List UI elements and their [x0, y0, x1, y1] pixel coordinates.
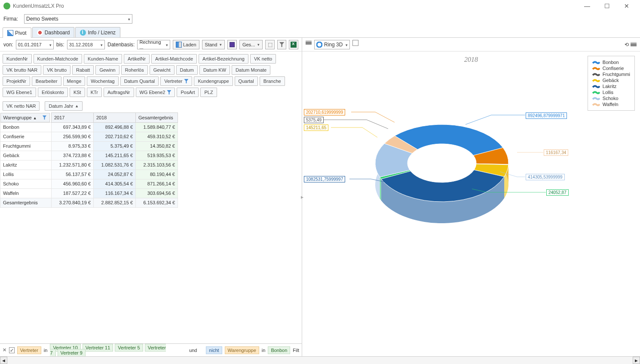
field-auftragsnr[interactable]: AuftragsNr: [104, 88, 134, 97]
scroll-right-button[interactable]: ▶: [633, 357, 640, 364]
filter-clear-button[interactable]: ✕: [3, 347, 6, 353]
chart-print-button[interactable]: [306, 40, 312, 49]
table-row[interactable]: Bonbon697.343,89 €892.496,88 €1.589.840,…: [0, 122, 178, 132]
field-plz[interactable]: PLZ: [200, 88, 217, 97]
field-vk-brutto[interactable]: VK brutto: [43, 65, 70, 75]
tab-info[interactable]: Info / Lizenz: [75, 27, 120, 37]
field-quartal[interactable]: Quartal: [235, 76, 258, 86]
filter-value[interactable]: Vertreter 5: [115, 344, 143, 352]
field-datum-quartal[interactable]: Datum Quartal: [120, 76, 159, 86]
field-gewinn[interactable]: Gewinn: [95, 65, 119, 75]
legend-item: Lakritz: [592, 84, 630, 89]
pivot-icon: [7, 30, 13, 36]
field-artikel-matchcode[interactable]: Artikel-Matchcode: [151, 54, 197, 64]
svg-point-0: [317, 42, 322, 47]
maximize-button[interactable]: ☐: [597, 0, 617, 12]
table-row[interactable]: Lakritz1.232.571,80 €1.082.531,76 €2.315…: [0, 160, 178, 170]
filter-source-2[interactable]: Warengruppe: [225, 346, 259, 354]
field-kst[interactable]: KSt: [70, 88, 85, 97]
field-kunden-matchcode[interactable]: Kunden-Matchcode: [34, 54, 82, 64]
table-row[interactable]: Fruchtgummi8.975,33 €5.375,49 €14.350,82…: [0, 141, 178, 151]
table-row[interactable]: Schoko456.960,60 €414.305,54 €871.266,14…: [0, 179, 178, 188]
filter-source-1[interactable]: Vertreter: [17, 346, 41, 354]
ges-button[interactable]: Ges...: [239, 40, 263, 49]
field-kundengruppe[interactable]: Kundengruppe: [194, 76, 233, 86]
von-date-input[interactable]: 01.01.2017: [16, 40, 54, 49]
label-fruchtgummi: 5375,49: [304, 117, 324, 123]
filter-icon: [43, 115, 47, 120]
field-artikel-bezeichnung[interactable]: Artikel-Bezeichnung: [199, 54, 248, 64]
close-button[interactable]: ✕: [617, 0, 637, 12]
field-datum-kw[interactable]: Datum KW: [199, 65, 230, 75]
field-vk-netto[interactable]: VK netto: [250, 54, 276, 64]
field-ktr[interactable]: KTr: [87, 88, 102, 97]
bis-date-input[interactable]: 31.12.2018: [67, 40, 105, 49]
tab-pivot[interactable]: Pivot: [3, 27, 31, 38]
filter-button[interactable]: [277, 40, 287, 49]
firma-label: Firma:: [3, 16, 19, 22]
toolbar-btn-a[interactable]: ⬚: [265, 40, 275, 49]
field-datum[interactable]: Datum: [176, 65, 198, 75]
firma-combo[interactable]: Demo Sweets: [24, 14, 132, 24]
field-artikelnr[interactable]: ArtikelNr: [124, 54, 150, 64]
chart-type-combo[interactable]: Ring 3D: [314, 40, 350, 49]
filter-value[interactable]: Vertreter 11: [83, 344, 113, 352]
filter-value[interactable]: Vertreter 9: [58, 349, 86, 357]
col-2018[interactable]: 2018: [94, 113, 136, 123]
horizontal-scrollbar[interactable]: ◀ ▶: [0, 356, 640, 364]
field-projektnr[interactable]: ProjektNr: [3, 76, 30, 86]
datenbasis-combo[interactable]: Rechnung ...: [137, 40, 170, 49]
field-gewicht[interactable]: Gewicht: [150, 65, 175, 75]
field-bearbeiter[interactable]: Bearbeiter: [32, 76, 61, 86]
legend-item: Bonbon: [592, 60, 630, 65]
field-rabatt[interactable]: Rabatt: [72, 65, 94, 75]
legend-swatch: [592, 102, 600, 106]
filter-bar: ✕ ✓ Vertreter in Vertreter 10Vertreter 1…: [0, 343, 302, 356]
field-menge[interactable]: Menge: [63, 76, 86, 86]
tab-dashboard[interactable]: Dashboard: [32, 27, 75, 37]
field-datum-monate[interactable]: Datum Monate: [232, 65, 270, 75]
field-vk-brutto-nar[interactable]: VK brutto NAR: [3, 65, 41, 75]
table-row[interactable]: Confiserie256.599,90 €202.710,62 €459.31…: [0, 132, 178, 141]
field-erlöskonto[interactable]: Erlöskonto: [38, 88, 68, 97]
scroll-track[interactable]: [7, 357, 633, 364]
laden-button[interactable]: Laden: [173, 40, 199, 49]
save-button[interactable]: [227, 40, 237, 49]
field-posart[interactable]: PosArt: [177, 88, 199, 97]
legend-item: Confiserie: [592, 66, 630, 71]
app-icon: [3, 3, 10, 9]
table-row[interactable]: Waffeln187.527,22 €116.167,34 €303.694,5…: [0, 188, 178, 198]
field-kundennr[interactable]: KundenNr: [3, 54, 32, 64]
scroll-left-button[interactable]: ◀: [0, 357, 7, 364]
field-branche[interactable]: Branche: [260, 76, 285, 86]
chart-rotate-button[interactable]: ⟲: [625, 42, 629, 48]
column-field[interactable]: Datum Jahr ▲: [45, 101, 83, 111]
filter-checkbox[interactable]: ✓: [9, 347, 15, 353]
chart-checkbox[interactable]: [352, 40, 358, 46]
field-wg-ebene2[interactable]: WG Ebene2: [136, 88, 175, 97]
minimize-button[interactable]: —: [577, 0, 597, 12]
filter-nicht[interactable]: nicht: [206, 346, 222, 354]
donut-chart: [354, 107, 530, 236]
row-field-header[interactable]: Warengruppe ▲: [0, 113, 50, 122]
table-row[interactable]: Gebäck374.723,88 €145.211,65 €519.935,53…: [0, 151, 178, 160]
field-vertreter[interactable]: Vertreter: [160, 76, 192, 86]
chart-print2-button[interactable]: [631, 42, 637, 48]
col-total[interactable]: Gesamtergebnis: [136, 113, 178, 123]
legend-item: Waffeln: [592, 102, 630, 107]
field-roherlös[interactable]: Roherlös: [121, 65, 148, 75]
chart-legend: BonbonConfiserieFruchtgummiGebäckLakritz…: [588, 56, 635, 111]
measure-row: VK netto NAR Datum Jahr ▲: [0, 100, 302, 112]
measure-field[interactable]: VK netto NAR: [3, 101, 40, 111]
table-row[interactable]: Lollis56.137,57 €24.052,87 €80.190,44 €: [0, 170, 178, 179]
filter-value-wg[interactable]: Bonbon: [268, 346, 290, 354]
stand-button[interactable]: Stand: [202, 40, 225, 49]
excel-export-button[interactable]: [289, 40, 298, 49]
tab-info-label: Info / Lizenz: [88, 30, 116, 36]
col-2017[interactable]: 2017: [52, 113, 94, 123]
load-icon: [176, 42, 182, 48]
field-kunden-name[interactable]: Kunden-Name: [84, 54, 122, 64]
field-wochentag[interactable]: Wochentag: [87, 76, 118, 86]
von-label: von:: [3, 42, 13, 48]
field-wg-ebene1[interactable]: WG Ebene1: [3, 88, 36, 97]
